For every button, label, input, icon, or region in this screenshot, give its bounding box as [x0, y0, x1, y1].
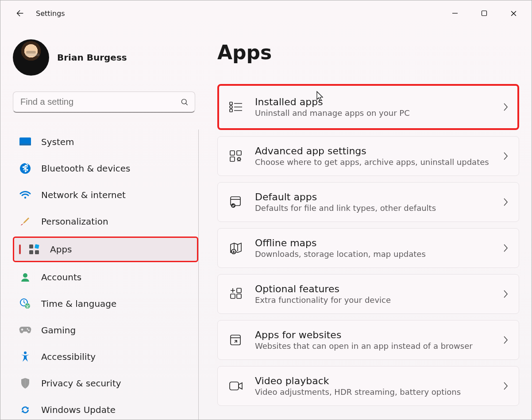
- sidebar-item-label: Bluetooth & devices: [41, 163, 131, 174]
- sidebar-item-personalization[interactable]: Personalization: [13, 210, 198, 233]
- card-default-apps[interactable]: Default apps Defaults for file and link …: [217, 182, 519, 222]
- svg-rect-19: [230, 151, 235, 155]
- bluetooth-icon: [19, 162, 31, 175]
- paintbrush-icon: [19, 215, 31, 228]
- close-button[interactable]: [503, 6, 524, 20]
- card-title: Video playback: [255, 375, 491, 386]
- minimize-button[interactable]: [445, 6, 465, 20]
- person-icon: [19, 271, 31, 283]
- app-title: Settings: [36, 9, 65, 18]
- svg-point-1: [181, 99, 186, 104]
- sidebar-item-label: Network & internet: [41, 190, 126, 200]
- sidebar-item-apps[interactable]: Apps: [13, 237, 198, 262]
- advanced-settings-icon: [228, 149, 243, 164]
- svg-rect-31: [230, 382, 239, 390]
- card-title: Installed apps: [255, 96, 491, 107]
- sidebar-item-label: System: [41, 137, 74, 147]
- sidebar-item-accessibility[interactable]: Accessibility: [13, 345, 198, 368]
- card-installed-apps[interactable]: Installed apps Uninstall and manage apps…: [217, 84, 519, 130]
- svg-point-14: [28, 330, 30, 331]
- card-title: Apps for websites: [255, 329, 491, 340]
- svg-rect-16: [230, 102, 232, 105]
- svg-point-13: [27, 328, 28, 330]
- minimize-icon: [452, 10, 458, 16]
- card-desc: Defaults for file and link types, other …: [255, 203, 491, 213]
- chevron-right-icon: [503, 152, 508, 160]
- sidebar-item-time-language[interactable]: Time & language: [13, 292, 198, 315]
- card-desc: Downloads, storage location, map updates: [255, 249, 491, 259]
- profile-block[interactable]: Brian Burgess: [13, 39, 200, 76]
- update-icon: [19, 404, 31, 416]
- svg-rect-30: [231, 335, 240, 345]
- sidebar-item-label: Accessibility: [41, 351, 96, 362]
- card-advanced-app-settings[interactable]: Advanced app settings Choose where to ge…: [217, 136, 519, 176]
- back-button[interactable]: [13, 6, 27, 20]
- card-video-playback[interactable]: Video playback Video adjustments, HDR st…: [217, 366, 519, 406]
- default-apps-icon: [228, 195, 243, 210]
- sidebar-item-windows-update[interactable]: Windows Update: [13, 398, 198, 420]
- sidebar-item-label: Privacy & security: [41, 378, 121, 389]
- svg-point-5: [24, 197, 26, 199]
- page-title: Apps: [217, 41, 519, 64]
- svg-rect-21: [230, 157, 235, 161]
- svg-rect-0: [482, 11, 487, 16]
- window-controls: [445, 6, 527, 20]
- card-title: Advanced app settings: [255, 145, 491, 157]
- maximize-button[interactable]: [474, 6, 494, 20]
- sidebar-item-network[interactable]: Network & internet: [13, 183, 198, 206]
- nav-list: System Bluetooth & devices Network & int…: [13, 130, 199, 420]
- svg-rect-20: [237, 151, 241, 155]
- apps-icon: [28, 243, 40, 256]
- sidebar-item-label: Personalization: [41, 216, 108, 227]
- svg-rect-17: [230, 109, 232, 112]
- svg-point-22: [238, 158, 240, 160]
- svg-rect-7: [35, 244, 39, 249]
- chevron-right-icon: [503, 382, 508, 390]
- sidebar-item-bluetooth[interactable]: Bluetooth & devices: [13, 157, 198, 180]
- card-title: Optional features: [255, 283, 491, 294]
- search-icon: [180, 98, 189, 107]
- sidebar: Brian Burgess System Bluetooth & devices…: [0, 26, 204, 420]
- card-apps-for-websites[interactable]: Apps for websites Websites that can open…: [217, 320, 519, 360]
- svg-rect-27: [231, 294, 235, 298]
- chevron-right-icon: [503, 198, 508, 206]
- apps-websites-icon: [228, 332, 243, 347]
- main-panel: Apps Installed apps Uninstall and manage…: [204, 26, 532, 420]
- svg-rect-29: [237, 288, 241, 293]
- sidebar-item-label: Time & language: [41, 298, 116, 309]
- card-optional-features[interactable]: Optional features Extra functionality fo…: [217, 274, 519, 314]
- clock-globe-icon: [19, 298, 31, 310]
- svg-point-18: [230, 106, 232, 108]
- search-input[interactable]: [13, 92, 195, 113]
- sidebar-item-label: Accounts: [41, 272, 81, 283]
- card-offline-maps[interactable]: Offline maps Downloads, storage location…: [217, 228, 519, 268]
- optional-features-icon: [228, 286, 243, 302]
- chevron-right-icon: [503, 244, 508, 252]
- close-icon: [510, 10, 517, 17]
- sidebar-item-gaming[interactable]: Gaming: [13, 319, 198, 342]
- svg-rect-8: [29, 250, 33, 254]
- video-icon: [228, 378, 243, 393]
- svg-rect-6: [29, 244, 33, 248]
- card-desc: Choose where to get apps, archive apps, …: [255, 157, 491, 167]
- card-desc: Video adjustments, HDR streaming, batter…: [255, 387, 491, 397]
- map-icon: [228, 241, 243, 256]
- sidebar-item-accounts[interactable]: Accounts: [13, 266, 198, 289]
- search-wrap: [13, 92, 195, 113]
- svg-point-10: [23, 273, 27, 278]
- sidebar-item-label: Windows Update: [41, 405, 116, 415]
- wifi-icon: [19, 189, 31, 201]
- back-arrow-icon: [15, 8, 25, 18]
- chevron-right-icon: [503, 290, 508, 298]
- sidebar-item-privacy[interactable]: Privacy & security: [13, 372, 198, 395]
- installed-apps-icon: [228, 99, 243, 115]
- gamepad-icon: [19, 324, 31, 336]
- accessibility-icon: [19, 351, 31, 363]
- sidebar-item-system[interactable]: System: [13, 130, 198, 153]
- avatar: [13, 39, 49, 76]
- system-icon: [19, 136, 31, 148]
- svg-rect-3: [19, 144, 31, 145]
- card-desc: Uninstall and manage apps on your PC: [255, 108, 491, 118]
- sidebar-item-label: Apps: [50, 244, 72, 255]
- svg-rect-28: [237, 294, 241, 298]
